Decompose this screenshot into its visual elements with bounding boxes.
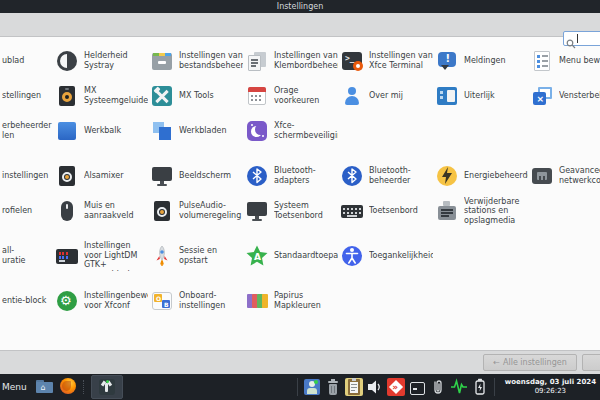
- settings-item[interactable]: MX Tools: [150, 81, 245, 111]
- settings-item[interactable]: MX Systeemgeluiden: [55, 81, 150, 111]
- tray-separator: [297, 378, 298, 396]
- removable-icon: [435, 199, 459, 223]
- settings-item-label: Menu bewerken: [559, 56, 600, 66]
- settings-item[interactable]: erbeheerder len: [0, 116, 55, 146]
- settings-item-label: Werkbalk: [84, 126, 148, 136]
- settings-item[interactable]: ublad: [0, 46, 55, 76]
- settings-item[interactable]: Papirus Mapkleuren: [245, 286, 340, 316]
- tb-battery-icon[interactable]: [471, 378, 489, 396]
- settings-item-label: MX Systeemgeluiden: [84, 86, 148, 105]
- mouse-icon: [55, 199, 79, 223]
- active-task-settings[interactable]: [91, 375, 123, 399]
- settings-grid: ubladHelderheid SystrayInstellingen van …: [0, 46, 600, 331]
- settings-item-label: Werkbladen: [179, 126, 243, 136]
- settings-item-label: Meldingen: [464, 56, 528, 66]
- settings-item-label: Energiebeheerder: [464, 171, 528, 181]
- default-apps-icon: A: [245, 244, 269, 268]
- all-settings-button[interactable]: ← Alle instellingen: [483, 354, 577, 371]
- display-icon: [150, 164, 174, 188]
- settings-item-label: Bluetooth-adapters: [274, 166, 338, 185]
- panel-handle: [83, 380, 87, 394]
- settings-item[interactable]: all- uratie: [0, 241, 55, 271]
- all-settings-label: Alle instellingen: [503, 358, 567, 367]
- settings-item[interactable]: PulseAudio-volumeregeling: [150, 196, 245, 226]
- settings-item[interactable]: Systeem Toetsenbord: [245, 196, 340, 226]
- settings-item[interactable]: Beeldscherm: [150, 161, 245, 191]
- settings-item[interactable]: Over mij: [340, 81, 435, 111]
- settings-item[interactable]: Muis en aanraakveld: [55, 196, 150, 226]
- settings-item[interactable]: Bluetooth-beheerder: [340, 161, 435, 191]
- clock-date: woensdag, 03 juli 2024: [505, 378, 596, 387]
- settings-item[interactable]: Helderheid Systray: [55, 46, 150, 76]
- brightness-icon: [55, 49, 79, 73]
- calendar-icon: [245, 84, 269, 108]
- settings-item[interactable]: Toegankelijkheid: [340, 241, 435, 271]
- partial-button[interactable]: [582, 354, 600, 371]
- settings-item-label: MX Tools: [179, 91, 243, 101]
- settings-item[interactable]: Menu bewerken: [530, 46, 600, 76]
- settings-item-label: Bluetooth-beheerder: [369, 166, 433, 185]
- footer-bar: ← Alle instellingen: [0, 350, 600, 375]
- settings-item[interactable]: entie-block: [0, 286, 55, 316]
- settings-item-label: erbeheerder len: [2, 121, 55, 140]
- settings-item[interactable]: Orage voorkeuren: [245, 81, 340, 111]
- settings-item[interactable]: Toetsenbord: [340, 196, 435, 226]
- settings-item[interactable]: instellingen: [0, 161, 55, 191]
- settings-item[interactable]: Bluetooth-adapters: [245, 161, 340, 191]
- speaker-ring-icon: [150, 199, 174, 223]
- settings-item-label: Alsamixer: [84, 171, 148, 181]
- settings-item[interactable]: Energiebeheerder: [435, 161, 530, 191]
- system-tray: » woensdag, 03 juli 2024 09:26:23: [295, 378, 600, 396]
- settings-item-label: Xfce-schermbeveiliging: [274, 121, 338, 140]
- keyboard-icon: [340, 199, 364, 223]
- settings-item-label: Sessie en opstart: [179, 246, 243, 265]
- tb-paperclip-icon[interactable]: [429, 378, 447, 396]
- tb-trash-icon[interactable]: [324, 378, 342, 396]
- settings-item[interactable]: Geavanceerde netwerkconfiguratie: [530, 161, 600, 191]
- window-title: Instellingen: [277, 0, 323, 13]
- power-icon: [435, 164, 459, 188]
- settings-item[interactable]: rofielen: [0, 196, 55, 226]
- settings-item[interactable]: ⚙Instellingenbewerk voor Xfconf: [55, 286, 150, 316]
- clock[interactable]: woensdag, 03 juli 2024 09:26:23: [500, 378, 600, 396]
- tb-blue-app-icon[interactable]: [303, 378, 321, 396]
- settings-item[interactable]: Werkbalk: [55, 116, 150, 146]
- panel-blue-icon: [55, 119, 79, 143]
- settings-item[interactable]: Sessie en opstart: [150, 241, 245, 271]
- settings-item-label: Geavanceerde netwerkconfiguratie: [559, 166, 600, 185]
- settings-item[interactable]: !Meldingen: [435, 46, 530, 76]
- settings-item-label: Muis en aanraakveld: [84, 201, 148, 220]
- settings-item[interactable]: Uiterlijk: [435, 81, 530, 111]
- settings-item-label: Verwijderbare stations en opslagmedia: [464, 197, 528, 226]
- settings-item[interactable]: AStandaardtoepassingen: [245, 241, 340, 271]
- title-bar[interactable]: Instellingen: [0, 0, 600, 13]
- settings-item[interactable]: Xfce-schermbeveiliging: [245, 116, 340, 146]
- clipboard-manager-icon: [245, 49, 269, 73]
- tb-volume-icon[interactable]: [366, 378, 384, 396]
- file-manager-launcher[interactable]: ⌂: [35, 377, 55, 397]
- settings-item[interactable]: Verwijderbare stations en opslagmedia: [435, 196, 530, 226]
- tb-window-icon[interactable]: [408, 378, 426, 396]
- back-arrow-icon: ←: [493, 358, 500, 367]
- settings-item-label: stellingen: [2, 91, 55, 101]
- settings-item[interactable]: Instellingen van Klembordbeheer: [245, 46, 340, 76]
- menu-button[interactable]: Menu: [2, 382, 27, 392]
- settings-item-label: Instellingen voor LightDM GTK+ aanmeldsc…: [84, 241, 148, 271]
- settings-item[interactable]: Werkbladen: [150, 116, 245, 146]
- tb-mx-updater-icon[interactable]: »: [387, 378, 405, 396]
- settings-item[interactable]: stellingen: [0, 81, 55, 111]
- settings-item[interactable]: Alsamixer: [55, 161, 150, 191]
- settings-item[interactable]: OBOnboard-instellingen: [150, 286, 245, 316]
- settings-item-label: Orage voorkeuren: [274, 86, 338, 105]
- settings-group: instellingenAlsamixerBeeldschermBluetoot…: [0, 161, 600, 226]
- firefox-launcher[interactable]: [59, 377, 79, 397]
- tb-pulse-icon[interactable]: [450, 378, 468, 396]
- speaker-ring-icon: [55, 164, 79, 188]
- settings-item[interactable]: ×Vensterbeheerder: [530, 81, 600, 111]
- settings-group: entie-block⚙Instellingenbewerk voor Xfco…: [0, 286, 600, 316]
- settings-item[interactable]: >_Instellingen van Xfce Terminal: [340, 46, 435, 76]
- settings-item[interactable]: Instellingen voor LightDM GTK+ aanmeldsc…: [55, 241, 150, 271]
- tb-clipboard-icon[interactable]: [345, 378, 363, 396]
- settings-item-label: Instellingenbewerk voor Xfconf: [84, 291, 148, 310]
- settings-item[interactable]: Instellingen van bestandsbeheerder: [150, 46, 245, 76]
